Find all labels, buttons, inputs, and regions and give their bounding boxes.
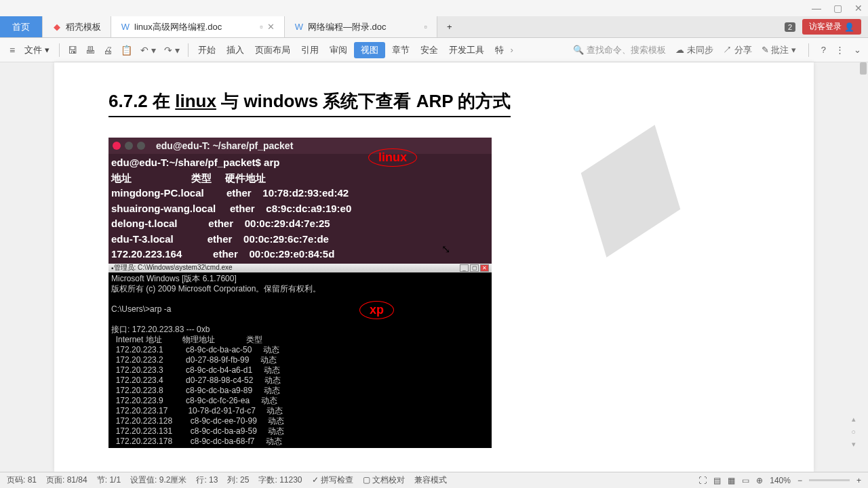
notification-badge[interactable]: 2: [785, 22, 795, 32]
menu-start[interactable]: 开始: [194, 42, 220, 58]
nav-up-icon[interactable]: ▴: [852, 415, 856, 424]
redo-icon[interactable]: ↷ ▾: [161, 43, 182, 57]
watermark-icon: [517, 78, 743, 304]
xp-label: xp: [359, 301, 394, 319]
tab-doc-appendix[interactable]: W 网络编程—附录.doc ▫: [285, 16, 437, 37]
menu-special[interactable]: 特: [491, 42, 508, 58]
print-preview-icon[interactable]: 🖶: [83, 43, 98, 57]
tab-doc-linux[interactable]: W linux高级网络编程.doc ▫ ✕: [111, 16, 285, 37]
tab-menu-icon[interactable]: ▫: [425, 22, 428, 32]
terminal-line: Internet 地址 物理地址 类型: [111, 335, 489, 345]
user-icon: 👤: [844, 22, 854, 32]
chevron-right-icon[interactable]: ›: [511, 45, 513, 55]
terminal-line: edu@edu-T:~/share/pf_packet$ arp: [111, 155, 489, 171]
minimize-icon[interactable]: —: [812, 3, 821, 14]
terminal-line: [111, 314, 489, 325]
collapse-icon[interactable]: ⌄: [854, 45, 861, 55]
close-icon[interactable]: ✕: [854, 3, 863, 14]
tab-close-icon[interactable]: ✕: [267, 22, 275, 32]
share-button[interactable]: ↗ 分享: [723, 44, 752, 56]
nav-circle-icon[interactable]: ○: [851, 428, 856, 436]
status-position: 设置值: 9.2厘米: [130, 474, 186, 486]
login-button[interactable]: 访客登录👤: [802, 19, 861, 35]
close-dot-icon: [113, 142, 121, 150]
more-icon[interactable]: ⋮: [835, 45, 844, 55]
scrollbar-thumb[interactable]: [860, 62, 867, 75]
menu-icon[interactable]: ≡: [7, 43, 18, 57]
terminal-line: 版权所有 (c) 2009 Microsoft Corporation。保留所有…: [111, 284, 489, 294]
search-input[interactable]: 🔍查找命令、搜索模板: [573, 44, 666, 56]
page-nav-dots[interactable]: ▴ ○ ▾: [851, 415, 856, 449]
zoom-value[interactable]: 140%: [770, 476, 791, 485]
save-icon[interactable]: 🖫: [65, 43, 80, 57]
terminal-line: 172.20.223.8 c8-9c-dc-ba-a9-89 动态: [111, 386, 489, 396]
terminal-line: 172.20.223.164 ether 00:0c:29:e0:84:5d: [111, 247, 489, 262]
menu-reference[interactable]: 引用: [297, 42, 323, 58]
daoke-icon: ◆: [52, 22, 62, 32]
status-row: 行: 13: [196, 474, 218, 486]
menu-layout[interactable]: 页面布局: [251, 42, 294, 58]
ribbon-toolbar: ≡ 文件 ▾ 🖫 🖶 🖨 📋 ↶ ▾ ↷ ▾ 开始 插入 页面布局 引用 审阅 …: [0, 38, 868, 62]
tab-home[interactable]: 首页: [0, 16, 43, 37]
linux-terminal-screenshot: edu@edu-T: ~/share/pf_packet edu@edu-T:~…: [108, 138, 492, 264]
terminal-line: mingdong-PC.local ether 10:78:d2:93:ed:4…: [111, 186, 489, 201]
status-words[interactable]: 字数: 11230: [258, 474, 302, 486]
windows-cmd-screenshot: ▪ 管理员: C:\Windows\system32\cmd.exe _ ▢ ✕…: [108, 264, 492, 448]
status-pagecode[interactable]: 页码: 81: [7, 474, 37, 486]
status-spellcheck[interactable]: ✓ 拼写检查: [312, 474, 353, 486]
nav-down-icon[interactable]: ▾: [852, 440, 856, 449]
menu-chapter[interactable]: 章节: [388, 42, 414, 58]
print-icon[interactable]: 🖨: [100, 43, 115, 57]
fullscreen-icon[interactable]: ⛶: [698, 476, 707, 485]
maximize-icon[interactable]: ▢: [833, 3, 842, 14]
terminal-line: shuairong-wang.local ether c8:9c:dc:a9:1…: [111, 201, 489, 217]
word-icon: W: [294, 22, 304, 32]
min-icon: _: [460, 264, 469, 272]
paste-icon[interactable]: 📋: [118, 43, 135, 57]
status-compat: 兼容模式: [414, 474, 447, 486]
window-titlebar: — ▢ ✕: [0, 0, 868, 16]
terminal-line: edu-T-3.local ether 00:0c:29:6c:7e:de: [111, 232, 489, 247]
help-icon[interactable]: ?: [821, 45, 826, 55]
terminal-line: delong-t.local ether 00:0c:29:d4:7e:25: [111, 216, 489, 232]
new-tab-button[interactable]: +: [437, 16, 462, 37]
linux-label: linux: [368, 148, 417, 167]
terminal-line: 172.20.223.3 c8-9c-dc-b4-a6-d1 动态: [111, 365, 489, 375]
section-heading: 6.7.2 在 linux 与 windows 系统下查看 ARP 的方式: [108, 89, 511, 117]
linux-window-title: edu@edu-T: ~/share/pf_packet: [156, 140, 293, 151]
terminal-line: 172.20.223.4 d0-27-88-98-c4-52 动态: [111, 375, 489, 386]
menu-devtools[interactable]: 开发工具: [445, 42, 488, 58]
tab-label: linux高级网络编程.doc: [134, 21, 222, 33]
tab-template[interactable]: ◆ 稻壳模板: [43, 16, 111, 37]
terminal-line: 172.20.223.178 c8-9c-dc-ba-68-f7 动态: [111, 436, 489, 447]
view-web-icon[interactable]: ▭: [742, 476, 749, 485]
tab-bar: 首页 ◆ 稻壳模板 W linux高级网络编程.doc ▫ ✕ W 网络编程—附…: [0, 16, 868, 38]
menu-insert[interactable]: 插入: [222, 42, 248, 58]
status-proofread[interactable]: ▢ 文档校对: [363, 474, 405, 486]
menu-review[interactable]: 审阅: [326, 42, 351, 58]
view-page-icon[interactable]: ▤: [713, 476, 721, 485]
menu-security[interactable]: 安全: [416, 42, 442, 58]
undo-icon[interactable]: ↶ ▾: [138, 43, 159, 57]
tab-label: 稻壳模板: [66, 21, 101, 33]
sync-button[interactable]: ☁ 未同步: [675, 44, 713, 56]
status-bar: 页码: 81 页面: 81/84 节: 1/1 设置值: 9.2厘米 行: 13…: [0, 472, 868, 488]
word-icon: W: [121, 22, 130, 32]
view-read-icon[interactable]: ⊕: [756, 476, 763, 485]
cmd-titlebar: ▪ 管理员: C:\Windows\system32\cmd.exe _ ▢ ✕: [108, 264, 492, 272]
zoom-out-icon[interactable]: −: [797, 476, 802, 485]
view-outline-icon[interactable]: ▦: [728, 476, 735, 485]
close-icon: ✕: [480, 264, 489, 272]
tab-menu-icon[interactable]: ▫: [260, 22, 263, 32]
zoom-in-icon[interactable]: +: [856, 476, 861, 485]
vertical-scrollbar[interactable]: [859, 62, 868, 472]
status-page[interactable]: 页面: 81/84: [46, 474, 87, 486]
cmd-title: 管理员: C:\Windows\system32\cmd.exe: [114, 263, 233, 272]
terminal-line: [111, 294, 489, 304]
terminal-line: Microsoft Windows [版本 6.1.7600]: [111, 274, 489, 284]
terminal-line: 172.20.223.1 c8-9c-dc-ba-ac-50 动态: [111, 345, 489, 355]
file-menu[interactable]: 文件 ▾: [20, 42, 54, 58]
zoom-slider[interactable]: [809, 479, 850, 481]
annotate-button[interactable]: ✎ 批注 ▾: [762, 44, 796, 56]
menu-view[interactable]: 视图: [354, 42, 385, 58]
